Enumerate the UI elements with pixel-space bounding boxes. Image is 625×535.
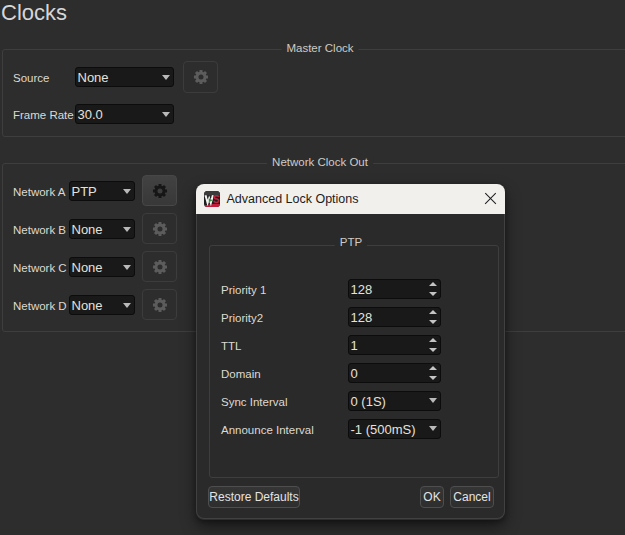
svg-text:S: S: [213, 194, 220, 205]
